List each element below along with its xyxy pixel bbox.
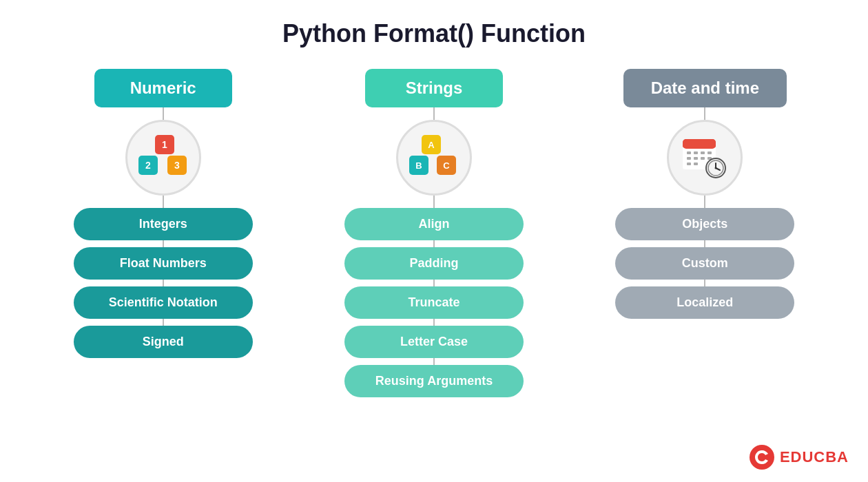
connector-line [433,319,435,326]
educba-logo-text: EDUCBA [780,448,849,466]
connector-line [163,319,164,326]
connector-line [433,358,435,365]
strings-header: Strings [365,69,503,107]
svg-rect-21 [701,157,705,160]
item-truncate-wrap: Truncate [344,286,524,326]
svg-text:1: 1 [162,139,167,150]
item-float-wrap: Float Numbers [74,247,253,286]
strings-column: Strings A B C Align Padding [324,69,544,397]
numeric-items: Integers Float Numbers Scientific Notati… [53,208,273,358]
item-float-numbers: Float Numbers [74,247,253,280]
item-reusing-wrap: Reusing Arguments [344,365,524,397]
datetime-header: Date and time [623,69,787,107]
strings-items: Align Padding Truncate Letter Case Reusi… [324,208,544,397]
svg-text:3: 3 [174,160,180,171]
calendar-svg [677,134,732,182]
item-reusing-arguments: Reusing Arguments [344,365,524,397]
svg-rect-17 [701,151,705,154]
numeric-header: Numeric [94,69,232,107]
connector-line [433,240,435,247]
page-title: Python Format() Function [0,0,868,62]
number-blocks-svg: 1 2 3 [136,134,191,182]
item-lettercase-wrap: Letter Case [344,326,524,365]
svg-point-30 [750,445,774,470]
svg-text:2: 2 [145,160,151,171]
datetime-column: Date and time [595,69,815,319]
svg-rect-15 [687,151,691,154]
numeric-icon: 1 2 3 [125,120,201,196]
connector-line [163,240,164,247]
item-padding-wrap: Padding [344,247,524,286]
datetime-items: Objects Custom Localized [595,208,815,319]
item-align: Align [344,208,524,240]
svg-rect-19 [687,157,691,160]
educba-logo: EDUCBA [750,445,849,470]
strings-icon: A B C [396,120,472,196]
item-custom: Custom [615,247,794,280]
item-custom-wrap: Custom [615,247,794,286]
item-align-wrap: Align [344,208,524,247]
item-objects-wrap: Objects [615,208,794,247]
item-signed-wrap: Signed [74,326,253,358]
diagram-container: Numeric 1 2 3 Integers Float N [0,69,868,397]
connector-line [704,196,705,208]
item-localized-wrap: Localized [615,286,794,319]
connector-line [163,107,164,120]
item-objects: Objects [615,208,794,240]
item-localized: Localized [615,286,794,319]
connector-line [163,196,164,208]
svg-text:B: B [415,160,422,171]
abc-blocks-svg: A B C [406,134,462,182]
educba-logo-icon [750,445,774,470]
item-padding: Padding [344,247,524,280]
datetime-icon [667,120,743,196]
connector-line [163,280,164,286]
connector-line [433,196,435,208]
item-scientific-notation: Scientific Notation [74,286,253,319]
svg-rect-23 [687,163,691,165]
svg-rect-16 [694,151,698,154]
svg-text:C: C [443,160,450,171]
connector-line [704,107,705,120]
svg-rect-20 [694,157,698,160]
item-letter-case: Letter Case [344,326,524,358]
svg-point-29 [715,167,717,169]
item-signed: Signed [74,326,253,358]
svg-rect-14 [683,139,716,149]
connector-line [704,280,705,286]
numeric-column: Numeric 1 2 3 Integers Float N [53,69,273,358]
item-sci-wrap: Scientific Notation [74,286,253,326]
svg-rect-18 [707,151,712,154]
item-integers: Integers [74,208,253,240]
svg-rect-24 [694,163,698,165]
connector-line [433,280,435,286]
item-integers-wrap: Integers [74,208,253,247]
connector-line [433,107,435,120]
svg-text:A: A [428,140,435,150]
item-truncate: Truncate [344,286,524,319]
connector-line [704,240,705,247]
